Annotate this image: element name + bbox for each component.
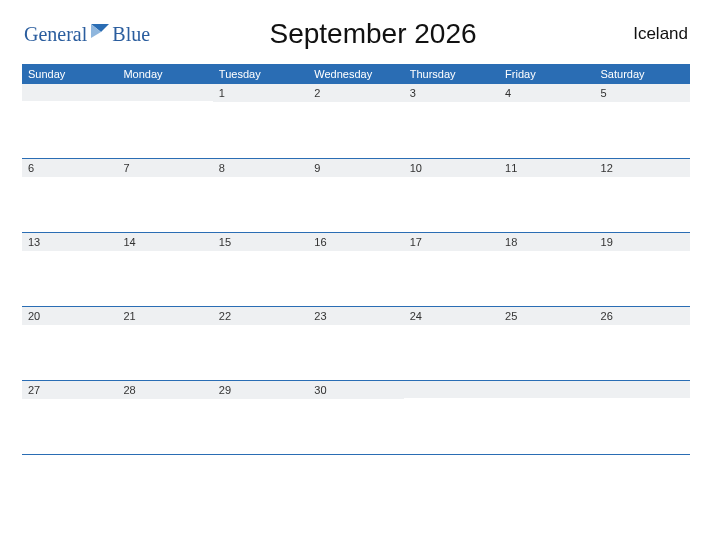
day-cell: 20	[22, 306, 117, 380]
day-number: 9	[308, 159, 403, 177]
brand-word-blue: Blue	[112, 23, 150, 46]
day-number: 24	[404, 307, 499, 325]
day-number: 4	[499, 84, 594, 102]
day-cell: 4	[499, 84, 594, 158]
day-number: 29	[213, 381, 308, 399]
day-cell	[117, 84, 212, 158]
day-cell	[499, 380, 594, 454]
day-number: 23	[308, 307, 403, 325]
day-cell: 1	[213, 84, 308, 158]
day-number: 2	[308, 84, 403, 102]
day-cell: 29	[213, 380, 308, 454]
day-number: 20	[22, 307, 117, 325]
day-number: 30	[308, 381, 403, 399]
day-number: 21	[117, 307, 212, 325]
week-row: 6 7 8 9 10 11 12	[22, 158, 690, 232]
day-cell: 18	[499, 232, 594, 306]
day-number: 13	[22, 233, 117, 251]
day-number: 26	[595, 307, 690, 325]
day-number	[595, 381, 690, 398]
calendar-grid: Sunday Monday Tuesday Wednesday Thursday…	[22, 64, 690, 455]
day-number: 11	[499, 159, 594, 177]
day-cell: 10	[404, 158, 499, 232]
day-number	[404, 381, 499, 398]
day-cell: 17	[404, 232, 499, 306]
day-cell: 8	[213, 158, 308, 232]
day-cell: 30	[308, 380, 403, 454]
day-header-mon: Monday	[117, 64, 212, 84]
week-row: 20 21 22 23 24 25 26	[22, 306, 690, 380]
day-number: 12	[595, 159, 690, 177]
day-number: 18	[499, 233, 594, 251]
day-cell: 27	[22, 380, 117, 454]
day-number: 10	[404, 159, 499, 177]
day-number: 7	[117, 159, 212, 177]
day-cell: 16	[308, 232, 403, 306]
day-number: 1	[213, 84, 308, 102]
day-cell: 11	[499, 158, 594, 232]
day-cell: 24	[404, 306, 499, 380]
brand-word-general: General	[24, 23, 87, 46]
day-header-thu: Thursday	[404, 64, 499, 84]
day-cell: 22	[213, 306, 308, 380]
day-cell: 6	[22, 158, 117, 232]
day-header-tue: Tuesday	[213, 64, 308, 84]
day-number	[499, 381, 594, 398]
day-number	[117, 84, 212, 101]
week-row: 27 28 29 30	[22, 380, 690, 454]
week-row: 13 14 15 16 17 18 19	[22, 232, 690, 306]
header: General Blue September 2026 Iceland	[22, 18, 690, 50]
day-cell: 7	[117, 158, 212, 232]
day-cell: 19	[595, 232, 690, 306]
region-label: Iceland	[596, 24, 688, 44]
day-header-sat: Saturday	[595, 64, 690, 84]
day-number: 8	[213, 159, 308, 177]
day-cell	[404, 380, 499, 454]
day-cell: 2	[308, 84, 403, 158]
day-cell: 3	[404, 84, 499, 158]
pennant-icon	[91, 24, 109, 38]
day-number: 3	[404, 84, 499, 102]
day-number: 17	[404, 233, 499, 251]
calendar-body: 1 2 3 4 5 6 7 8 9 10 11 12 13 14 15 16 1…	[22, 84, 690, 454]
page-title: September 2026	[150, 18, 596, 50]
day-cell	[595, 380, 690, 454]
day-number: 28	[117, 381, 212, 399]
day-cell: 25	[499, 306, 594, 380]
week-row: 1 2 3 4 5	[22, 84, 690, 158]
day-cell: 5	[595, 84, 690, 158]
day-cell: 13	[22, 232, 117, 306]
day-cell: 15	[213, 232, 308, 306]
day-cell: 28	[117, 380, 212, 454]
day-cell	[22, 84, 117, 158]
day-cell: 14	[117, 232, 212, 306]
day-number: 5	[595, 84, 690, 102]
day-header-fri: Friday	[499, 64, 594, 84]
day-cell: 26	[595, 306, 690, 380]
day-number: 19	[595, 233, 690, 251]
day-number	[22, 84, 117, 101]
day-cell: 9	[308, 158, 403, 232]
day-number: 14	[117, 233, 212, 251]
day-number: 6	[22, 159, 117, 177]
brand-logo: General Blue	[24, 23, 150, 46]
day-number: 16	[308, 233, 403, 251]
day-header-wed: Wednesday	[308, 64, 403, 84]
day-cell: 23	[308, 306, 403, 380]
day-cell: 21	[117, 306, 212, 380]
day-number: 25	[499, 307, 594, 325]
day-header-row: Sunday Monday Tuesday Wednesday Thursday…	[22, 64, 690, 84]
day-cell: 12	[595, 158, 690, 232]
day-header-sun: Sunday	[22, 64, 117, 84]
day-number: 22	[213, 307, 308, 325]
day-number: 27	[22, 381, 117, 399]
day-number: 15	[213, 233, 308, 251]
